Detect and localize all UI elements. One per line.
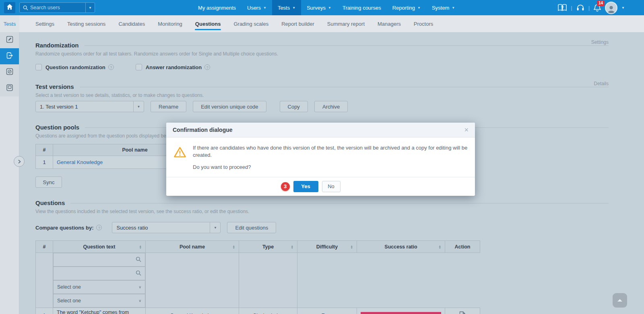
sort-icon[interactable]: ▲▼ <box>351 245 353 249</box>
sort-icon[interactable]: ▲▼ <box>291 245 293 249</box>
tab-proctors[interactable]: Proctors <box>407 15 440 32</box>
dialog-message-line1: If there are candidates who have done th… <box>193 144 468 158</box>
questions-section-header: Questions <box>35 199 609 206</box>
avatar[interactable] <box>605 2 617 14</box>
success-ratio-bar <box>361 312 441 314</box>
rename-button[interactable]: Rename <box>151 101 186 112</box>
column-header-difficulty[interactable]: Difficulty▲▼ <box>297 241 357 253</box>
profile-menu-caret[interactable]: ▼ <box>621 6 625 10</box>
question-text: The word "Ketchup" comes from which lang… <box>53 308 146 314</box>
answer-randomization-checkbox[interactable] <box>136 64 142 70</box>
notification-count-badge: 14 <box>597 0 605 6</box>
tab-monitoring[interactable]: Monitoring <box>151 15 189 32</box>
randomization-options: Question randomization ? Answer randomiz… <box>35 64 609 70</box>
questions-section: Questions View the questions included in… <box>35 199 609 314</box>
nav-item-my-assignments[interactable]: My assignments <box>192 0 242 15</box>
pool-name-filter-input[interactable] <box>53 267 145 280</box>
chevron-down-icon: ∨ <box>138 299 141 303</box>
notifications-bell-icon[interactable]: 14 <box>594 4 601 12</box>
edit-version-code-button[interactable]: Edit version unique code <box>193 101 266 112</box>
nav-item-users[interactable]: Users▼ <box>242 0 272 15</box>
row-number: 1 <box>36 308 53 314</box>
nav-item-surveys[interactable]: Surveys▼ <box>301 0 337 15</box>
tab-managers[interactable]: Managers <box>371 15 407 32</box>
difficulty: Easy <box>297 308 357 314</box>
table-header-row: # Question text▲▼ Pool name▲▼ Type▲▼ Dif… <box>36 241 480 253</box>
sort-icon[interactable]: ▲▼ <box>233 245 235 249</box>
yes-button[interactable]: Yes <box>293 181 318 192</box>
chevron-right-icon <box>17 158 21 165</box>
tab-testing-sessions[interactable]: Testing sessions <box>61 15 112 32</box>
table-row: 1 The word "Ketchup" comes from which la… <box>36 308 480 314</box>
nav-item-training-courses[interactable]: Training courses <box>337 0 387 15</box>
tab-settings[interactable]: Settings <box>29 15 61 32</box>
randomization-settings-link[interactable]: Settings <box>591 39 609 45</box>
edit-pencil-icon <box>6 35 14 45</box>
dialog-footer: 3 Yes No <box>166 177 475 196</box>
sidebar-item-restrictions[interactable] <box>0 64 19 80</box>
dialog-header: Confirmation dialogue × <box>166 123 475 138</box>
support-headset-icon[interactable] <box>576 4 584 11</box>
divider <box>80 87 609 87</box>
tab-summary-report[interactable]: Summary report <box>321 15 371 32</box>
column-header-success-ratio[interactable]: Success ratio▲▼ <box>357 241 445 253</box>
tabs: Settings Testing sessions Candidates Mon… <box>29 15 440 32</box>
divider: | <box>588 5 590 11</box>
filter-empty-cell <box>146 253 239 308</box>
chevron-down-icon: ▼ <box>328 6 331 10</box>
divider: | <box>571 5 572 11</box>
export-box-icon <box>6 51 14 61</box>
success-ratio-cell: 0% <box>357 308 445 314</box>
nav-item-reporting[interactable]: Reporting▼ <box>387 0 426 15</box>
sidebar-item-test-versions[interactable] <box>0 48 19 64</box>
sort-icon[interactable]: ▲▼ <box>439 245 441 249</box>
randomization-section-header: Randomization Settings <box>35 41 609 49</box>
knowledge-base-icon[interactable]: ? <box>558 4 567 11</box>
difficulty-filter-select[interactable]: Select one∨ <box>53 294 145 308</box>
sync-button[interactable]: Sync <box>35 176 62 188</box>
home-button[interactable] <box>4 2 15 13</box>
tab-report-builder[interactable]: Report builder <box>275 15 321 32</box>
search-icon <box>136 257 141 263</box>
preview-question-button[interactable] <box>445 308 480 314</box>
edit-questions-button[interactable]: Edit questions <box>227 222 276 233</box>
type-filter-select[interactable]: Select one∨ <box>53 280 145 294</box>
filter-empty-cell <box>239 253 297 308</box>
nav-item-system[interactable]: System▼ <box>426 0 460 15</box>
close-icon[interactable]: × <box>464 126 469 133</box>
search-scope-dropdown[interactable]: ▼ <box>85 3 95 12</box>
question-type: Single choice <box>239 308 297 314</box>
chevron-down-icon: ▼ <box>210 222 220 233</box>
help-icon[interactable]: ? <box>96 225 102 230</box>
test-version-select[interactable]: 1. Test version 1 ▼ <box>35 101 144 112</box>
scroll-to-top-button[interactable] <box>613 293 627 308</box>
copy-button[interactable]: Copy <box>280 101 308 112</box>
help-icon[interactable]: ? <box>108 64 114 70</box>
question-text-filter-input[interactable] <box>53 253 145 267</box>
answer-randomization-group: Answer randomization ? <box>136 64 210 70</box>
warning-triangle-icon <box>173 146 186 171</box>
search-icon <box>23 5 28 10</box>
column-header-type[interactable]: Type▲▼ <box>239 241 297 253</box>
test-versions-details-link[interactable]: Details <box>594 81 609 86</box>
sidebar-expand-button[interactable] <box>14 156 25 167</box>
question-randomization-checkbox[interactable] <box>35 64 42 70</box>
pool-name-link[interactable]: General Knowledge <box>53 159 103 165</box>
tab-questions[interactable]: Questions <box>189 15 227 32</box>
no-button[interactable]: No <box>322 181 341 192</box>
column-header-question-text[interactable]: Question text▲▼ <box>53 241 146 253</box>
column-header-pool-name[interactable]: Pool name▲▼ <box>146 241 239 253</box>
sort-icon[interactable]: ▲▼ <box>139 245 142 249</box>
nav-item-tests[interactable]: Tests▼ <box>272 0 301 15</box>
help-icon[interactable]: ? <box>204 64 210 70</box>
sidebar-item-edit-test[interactable] <box>0 32 19 48</box>
section-title: Test versions <box>35 83 80 90</box>
compare-by-select[interactable]: Success ratio ▼ <box>112 222 221 233</box>
search-input[interactable] <box>28 5 85 10</box>
archive-button[interactable]: Archive <box>314 101 348 112</box>
tab-candidates[interactable]: Candidates <box>112 15 151 32</box>
topnav-left: ▼ <box>4 2 95 13</box>
sidebar-item-archive[interactable] <box>0 80 19 96</box>
compare-questions-label: Compare questions by: <box>35 225 93 231</box>
tab-grading-scales[interactable]: Grading scales <box>227 15 275 32</box>
